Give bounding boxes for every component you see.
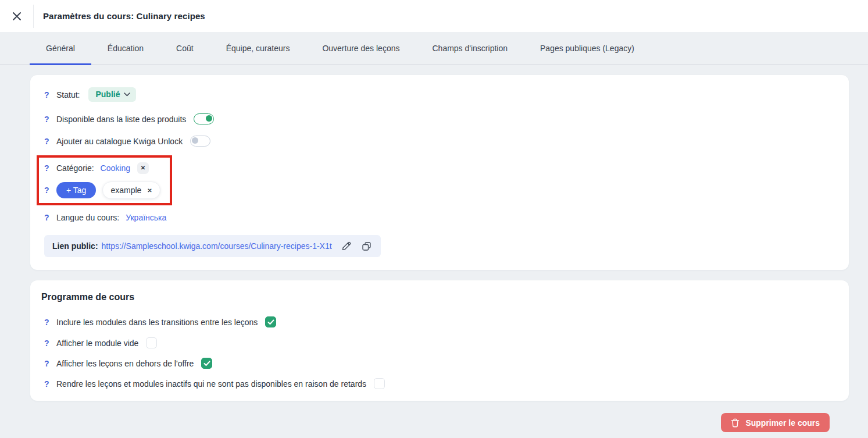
trash-icon: [731, 418, 740, 428]
inactive-delayed-lessons-checkbox[interactable]: [374, 378, 385, 389]
help-icon[interactable]: ?: [44, 115, 50, 124]
category-remove-button[interactable]: ✕: [137, 162, 149, 174]
language-row: ? Langue du cours: Українська: [44, 213, 166, 222]
header-divider: [33, 5, 34, 28]
help-icon[interactable]: ?: [44, 318, 50, 327]
tag-chip-label: example: [110, 186, 141, 195]
help-icon[interactable]: ?: [44, 163, 50, 173]
pencil-icon: [341, 241, 351, 251]
help-icon[interactable]: ?: [44, 379, 50, 389]
copy-icon: [362, 241, 372, 251]
tab-label: Général: [46, 44, 75, 53]
tag-remove-button[interactable]: ✕: [147, 187, 152, 194]
kwiga-unlock-label: Ajouter au catalogue Kwiga Unlock: [56, 137, 183, 146]
program-option-row: ? Afficher les leçons en dehors de l'off…: [44, 358, 212, 369]
chevron-down-icon: [124, 92, 130, 97]
remove-icon: ✕: [141, 165, 145, 171]
option-label: Afficher le module vide: [56, 339, 138, 348]
tab-bar: Général Éducation Coût Équipe, curateurs…: [0, 32, 868, 65]
delete-course-button[interactable]: Supprimer le cours: [721, 413, 830, 432]
delete-course-label: Supprimer le cours: [745, 418, 820, 428]
tab-label: Éducation: [108, 44, 144, 53]
kwiga-unlock-row: ? Ajouter au catalogue Kwiga Unlock: [44, 136, 210, 147]
available-in-products-toggle[interactable]: [194, 113, 214, 124]
header: Paramètres du cours: Culinary recipes: [0, 0, 868, 32]
status-label: Statut:: [56, 90, 80, 99]
public-link-label: Lien public:: [52, 241, 98, 251]
language-label: Langue du cours:: [56, 213, 119, 222]
course-program-card: Programme de cours ? Inclure les modules…: [30, 280, 849, 401]
kwiga-unlock-toggle[interactable]: [190, 136, 210, 147]
course-settings-page: Paramètres du cours: Culinary recipes Gé…: [0, 0, 868, 438]
status-value: Publié: [95, 90, 120, 99]
help-icon[interactable]: ?: [44, 186, 50, 195]
tab-label: Ouverture des leçons: [322, 44, 399, 53]
tab-team-curators[interactable]: Équipe, curateurs: [210, 32, 306, 65]
add-tag-label: + Tag: [66, 186, 86, 195]
program-option-row: ? Afficher le module vide: [44, 337, 157, 348]
toggle-knob: [192, 137, 198, 144]
program-option-row: ? Rendre les leçons et modules inactifs …: [44, 378, 385, 389]
available-in-products-label: Disponible dans la liste des produits: [56, 115, 186, 124]
public-link-row: Lien public: https://Sampleschool.kwiga.…: [44, 235, 381, 257]
tab-lesson-opening[interactable]: Ouverture des leçons: [306, 32, 416, 65]
section-title: Programme de cours: [41, 292, 134, 302]
close-button[interactable]: [9, 9, 24, 24]
help-icon[interactable]: ?: [44, 339, 50, 348]
copy-link-button[interactable]: [361, 240, 373, 252]
show-empty-module-checkbox[interactable]: [146, 337, 157, 348]
category-row: ? Catégorie: Cooking ✕: [44, 162, 149, 174]
tab-label: Pages publiques (Legacy): [540, 44, 634, 53]
public-link-url[interactable]: https://Sampleschool.kwiga.com/courses/C…: [102, 241, 332, 251]
edit-link-button[interactable]: [341, 240, 352, 252]
tab-label: Champs d'inscription: [432, 44, 508, 53]
include-modules-checkbox[interactable]: [265, 316, 276, 327]
program-option-row: ? Inclure les modules dans les transitio…: [44, 316, 276, 327]
help-icon[interactable]: ?: [44, 359, 50, 368]
close-icon: [11, 10, 23, 22]
available-in-products-row: ? Disponible dans la liste des produits: [44, 113, 214, 124]
add-tag-button[interactable]: + Tag: [56, 182, 96, 198]
status-row: ? Statut: Publié: [44, 87, 136, 102]
tab-cost[interactable]: Coût: [160, 32, 210, 65]
highlight-box: ? Catégorie: Cooking ✕ ? + Tag example ✕: [37, 155, 172, 205]
tab-education[interactable]: Éducation: [91, 32, 160, 65]
option-label: Afficher les leçons en dehors de l'offre: [56, 359, 194, 368]
status-dropdown[interactable]: Publié: [88, 87, 136, 102]
help-icon[interactable]: ?: [44, 90, 50, 99]
tab-label: Coût: [176, 44, 194, 53]
tab-public-pages-legacy[interactable]: Pages publiques (Legacy): [524, 32, 651, 65]
footer: Supprimer le cours: [30, 401, 849, 432]
tab-general[interactable]: Général: [30, 32, 91, 65]
category-value-link[interactable]: Cooking: [101, 163, 130, 173]
language-value-link[interactable]: Українська: [126, 213, 166, 222]
toggle-knob: [206, 115, 212, 122]
option-label: Rendre les leçons et modules inactifs qu…: [56, 379, 366, 389]
show-lessons-outside-offer-checkbox[interactable]: [201, 358, 212, 369]
tag-row: ? + Tag example ✕: [44, 181, 160, 199]
tag-chip: example ✕: [102, 181, 160, 199]
category-label: Catégorie:: [56, 163, 94, 173]
tab-label: Équipe, curateurs: [226, 44, 290, 53]
option-label: Inclure les modules dans les transitions…: [56, 318, 258, 327]
tab-registration-fields[interactable]: Champs d'inscription: [416, 32, 524, 65]
content: ? Statut: Publié ? Disponible dans la li…: [0, 65, 868, 432]
check-icon: [203, 361, 210, 366]
help-icon[interactable]: ?: [44, 213, 50, 222]
page-title: Paramètres du cours: Culinary recipes: [43, 11, 205, 21]
help-icon[interactable]: ?: [44, 137, 50, 146]
general-settings-card: ? Statut: Publié ? Disponible dans la li…: [30, 75, 849, 270]
check-icon: [267, 319, 274, 325]
